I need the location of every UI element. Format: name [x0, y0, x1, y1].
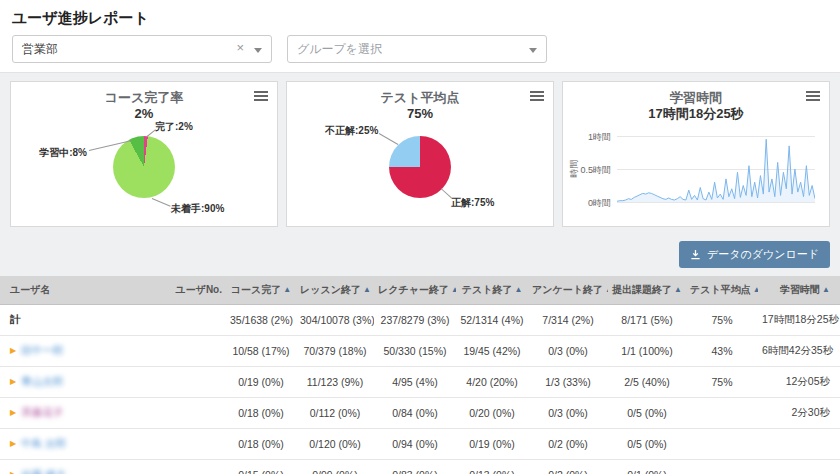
pie-label-connector: [379, 133, 399, 145]
data-cell: 43%: [686, 336, 758, 367]
data-cell: 75%: [686, 367, 758, 398]
expand-arrow-icon[interactable]: ▶: [10, 470, 16, 474]
data-cell: 0/2 (0%): [528, 429, 608, 460]
data-cell: 6時間42分35秒: [758, 336, 840, 367]
user-name-cell: ▶中島 次郎: [0, 429, 160, 460]
data-cell: 4/95 (4%): [374, 367, 456, 398]
chart-value: 75%: [295, 106, 545, 122]
group-select[interactable]: グループを選択: [287, 35, 547, 63]
user-name-link[interactable]: 佐藤 健太: [21, 468, 66, 474]
expand-arrow-icon[interactable]: ▶: [10, 346, 16, 355]
expand-arrow-icon[interactable]: ▶: [10, 439, 16, 448]
data-cell: 8/171 (5%): [608, 305, 686, 336]
data-cell: 7/314 (2%): [528, 305, 608, 336]
department-select-value: 営業部: [22, 41, 58, 58]
download-icon: [690, 249, 701, 260]
data-cell: 12分05秒: [758, 367, 840, 398]
col-header-6[interactable]: アンケート終了▲: [528, 276, 608, 305]
expand-arrow-icon[interactable]: ▶: [10, 377, 16, 386]
data-cell: 2分30秒: [758, 398, 840, 429]
pie-slice-label: 完了:2%: [155, 120, 193, 134]
chart-area: 時間1時間0.5時間0時間: [571, 124, 821, 220]
pie-slice-label: 未着手:90%: [171, 202, 224, 216]
user-name-link[interactable]: 斉藤花子: [21, 406, 63, 418]
col-header-7[interactable]: 提出課題終了▲: [608, 276, 686, 305]
data-cell: 0/3 (0%): [528, 398, 608, 429]
data-cell: 75%: [686, 305, 758, 336]
y-axis-label: 1時間: [573, 131, 611, 144]
table-row-total: 計35/1638 (2%)304/10078 (3%)237/8279 (3%)…: [0, 305, 840, 336]
group-select-placeholder: グループを選択: [297, 41, 382, 58]
department-select[interactable]: 営業部 ×: [12, 35, 272, 63]
sort-asc-icon: ▲: [283, 285, 291, 294]
app: ユーザ進捗レポート 営業部 × グループを選択 コース完了率2%完了:2%未着手…: [0, 0, 840, 474]
sort-asc-icon: ▲: [822, 285, 830, 294]
expand-arrow-icon[interactable]: ▶: [10, 408, 16, 417]
col-header-2[interactable]: コース完了▲: [226, 276, 296, 305]
download-data-button[interactable]: データのダウンロード: [679, 241, 830, 268]
table-header-row: ユーザ名ユーザNo.コース完了▲レッスン終了▲レクチャー終了▲テスト終了▲アンケ…: [0, 276, 840, 305]
data-cell: 0/18 (0%): [226, 429, 296, 460]
chart-menu-icon[interactable]: [806, 91, 820, 103]
data-cell: 10/58 (17%): [226, 336, 296, 367]
user-name-cell: ▶佐藤 健太: [0, 460, 160, 474]
data-cell: 0/19 (0%): [226, 367, 296, 398]
data-cell: 4/20 (20%): [456, 367, 528, 398]
data-cell: 1/1 (100%): [608, 336, 686, 367]
data-cell: 237/8279 (3%): [374, 305, 456, 336]
data-cell: 0/112 (0%): [296, 398, 374, 429]
data-cell: 70/379 (18%): [296, 336, 374, 367]
chart-area: 完了:2%未着手:90%学習中:8%: [19, 124, 269, 220]
col-header-5[interactable]: テスト終了▲: [456, 276, 528, 305]
data-cell: 0/83 (0%): [374, 460, 456, 474]
data-cell: [160, 367, 226, 398]
data-cell: 11/123 (9%): [296, 367, 374, 398]
data-cell: [160, 305, 226, 336]
data-cell: 35/1638 (2%): [226, 305, 296, 336]
y-axis-label: 0.5時間: [573, 164, 611, 177]
col-header-3[interactable]: レッスン終了▲: [296, 276, 374, 305]
col-header-label: レクチャー終了: [378, 284, 449, 295]
clear-icon[interactable]: ×: [236, 41, 244, 55]
chart-title: 学習時間: [571, 90, 821, 106]
sort-asc-icon: ▲: [753, 285, 758, 294]
pie-slice-label: 正解:75%: [451, 196, 494, 210]
data-cell: 0/94 (0%): [374, 429, 456, 460]
user-progress-table: ユーザ名ユーザNo.コース完了▲レッスン終了▲レクチャー終了▲テスト終了▲アンケ…: [0, 276, 840, 474]
data-cell: [758, 460, 840, 474]
col-header-9[interactable]: 学習時間▲: [758, 276, 840, 305]
data-cell: 0/5 (0%): [608, 429, 686, 460]
sort-asc-icon: ▲: [514, 285, 522, 294]
chart-title: テスト平均点: [295, 90, 545, 106]
col-header-4[interactable]: レクチャー終了▲: [374, 276, 456, 305]
data-cell: 0/15 (0%): [226, 460, 296, 474]
chart-menu-icon[interactable]: [530, 91, 544, 103]
data-cell: [686, 460, 758, 474]
chart-card-2: 学習時間17時間18分25秒時間1時間0.5時間0時間: [562, 81, 830, 227]
data-cell: 17時間18分25秒: [758, 305, 840, 336]
line-plot: [617, 136, 815, 202]
sort-asc-icon: ▲: [363, 285, 371, 294]
y-axis-label: 0時間: [573, 197, 611, 210]
user-name-cell: 計: [0, 305, 160, 336]
data-cell: 2/5 (40%): [608, 367, 686, 398]
col-header-label: アンケート終了: [532, 284, 603, 295]
user-name-cell: ▶青山太郎: [0, 367, 160, 398]
pie-chart: [113, 136, 175, 198]
user-name-link[interactable]: 田中一郎: [21, 344, 63, 356]
user-name-link[interactable]: 青山太郎: [21, 375, 63, 387]
chart-title: コース完了率: [19, 90, 269, 106]
pie-slice-label: 学習中:8%: [29, 146, 87, 160]
chart-menu-icon[interactable]: [254, 91, 268, 103]
user-name-link[interactable]: 中島 次郎: [21, 437, 66, 449]
page-header: ユーザ進捗レポート 営業部 × グループを選択: [0, 0, 840, 73]
col-header-8[interactable]: テスト平均点▲: [686, 276, 758, 305]
col-header-label: レッスン終了: [300, 284, 361, 295]
gridline: [617, 202, 815, 203]
table-row: ▶青山太郎0/19 (0%)11/123 (9%)4/95 (4%)4/20 (…: [0, 367, 840, 398]
col-header-0: ユーザ名: [0, 276, 160, 305]
data-cell: 0/18 (0%): [226, 398, 296, 429]
data-cell: [160, 460, 226, 474]
pie-slice-label: 不正解:25%: [325, 124, 378, 138]
download-button-label: データのダウンロード: [707, 247, 819, 262]
